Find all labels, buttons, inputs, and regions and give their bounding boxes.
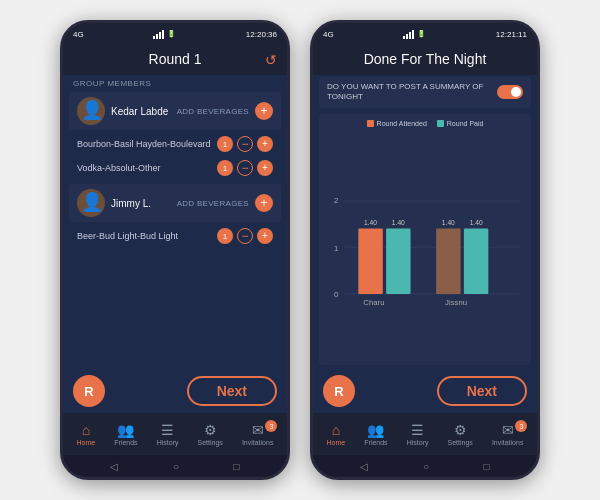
nav-settings-label-1: Settings [198,439,223,446]
nav-settings-1[interactable]: ⚙ Settings [198,422,223,446]
member-row-1: Kedar Labde ADD BEVERAGES + [69,92,281,130]
history-icon-1: ☰ [161,422,174,438]
clock-1: 12:20:36 [246,30,277,39]
increment-btn-2[interactable]: + [257,160,273,176]
recents-gesture-1: □ [234,461,240,472]
settings-icon-2: ⚙ [454,422,467,438]
network-indicator-2: 4G [323,30,334,39]
bottom-actions-2: R Next [313,369,537,413]
add-beverages-label-2[interactable]: ADD BEVERAGES [177,199,249,208]
friends-icon-1: 👥 [117,422,134,438]
header-2: Done For The Night [313,45,537,75]
refresh-icon-1[interactable]: ↺ [265,52,277,68]
nav-home-2[interactable]: ⌂ Home [327,422,346,446]
signal-bars-1 [153,30,164,39]
chart-container-2: Round Attended Round Paid 2 1 0 [319,114,531,365]
status-bar-1: 4G 🔋 12:20:36 [63,23,287,45]
home-gesture-1: ○ [173,461,179,472]
home-icon-2: ⌂ [332,422,340,438]
next-button-2[interactable]: Next [437,376,527,406]
toggle-row-2: DO YOU WANT TO POST A SUMMARY OF TONIGHT [319,77,531,108]
nav-home-1[interactable]: ⌂ Home [77,422,96,446]
clock-2: 12:21:11 [496,30,527,39]
summary-toggle-2[interactable] [497,85,523,99]
nav-friends-2[interactable]: 👥 Friends [364,422,387,446]
beverage-name-2: Vodka-Absolut-Other [77,163,213,173]
svg-rect-8 [436,228,460,294]
beverage-count-1: 1 [217,136,233,152]
page-title-2: Done For The Night [323,51,527,67]
avatar-1 [77,97,105,125]
beverage-row-2: Vodka-Absolut-Other 1 − + [69,157,281,179]
decrement-btn-3[interactable]: − [237,228,253,244]
chart-svg-2: 2 1 0 Charu Jissn [325,131,525,359]
add-beverage-btn-1[interactable]: + [255,102,273,120]
member-row-2: Jimmy L. ADD BEVERAGES + [69,184,281,222]
legend-dot-paid-2 [437,120,444,127]
increment-btn-1[interactable]: + [257,136,273,152]
nav-history-label-2: History [407,439,429,446]
history-icon-2: ☰ [411,422,424,438]
nav-invitations-1[interactable]: ✉ Invitations 3 [242,422,274,446]
svg-text:1.40: 1.40 [470,219,483,226]
invitations-badge-1: 3 [265,420,277,432]
member-name-1: Kedar Labde [111,106,171,117]
nav-home-label-1: Home [77,439,96,446]
beverage-row-3: Beer-Bud Light-Bud Light 1 − + [69,225,281,247]
svg-text:Charu: Charu [363,298,384,307]
settings-icon-1: ⚙ [204,422,217,438]
beverage-count-2: 1 [217,160,233,176]
legend-attended-2: Round Attended [367,120,427,127]
recents-gesture-2: □ [484,461,490,472]
beverage-name-1: Bourbon-Basil Hayden-Boulevard [77,139,213,149]
avatar-2 [77,189,105,217]
legend-paid-2: Round Paid [437,120,484,127]
chart-legend-2: Round Attended Round Paid [325,120,525,127]
section-label-1: GROUP MEMBERS [63,75,287,90]
content-1: GROUP MEMBERS Kedar Labde ADD BEVERAGES … [63,75,287,369]
nav-home-label-2: Home [327,439,346,446]
legend-label-attended-2: Round Attended [377,120,427,127]
legend-label-paid-2: Round Paid [447,120,484,127]
back-gesture-1: ◁ [110,461,118,472]
round-btn-1[interactable]: R [73,375,105,407]
home-icon-1: ⌂ [82,422,90,438]
invitations-icon-2: ✉ [502,422,514,438]
nav-invitations-2[interactable]: ✉ Invitations 3 [492,422,524,446]
increment-btn-3[interactable]: + [257,228,273,244]
nav-invitations-label-2: Invitations [492,439,524,446]
svg-rect-6 [358,228,382,294]
member-name-2: Jimmy L. [111,198,171,209]
content-2: DO YOU WANT TO POST A SUMMARY OF TONIGHT… [313,75,537,369]
next-button-1[interactable]: Next [187,376,277,406]
gesture-bar-2: ◁ ○ □ [313,455,537,477]
network-indicator-1: 4G [73,30,84,39]
page-title-1: Round 1 [73,51,277,67]
svg-text:1.40: 1.40 [442,219,455,226]
decrement-btn-2[interactable]: − [237,160,253,176]
svg-rect-9 [464,228,488,294]
nav-friends-1[interactable]: 👥 Friends [114,422,137,446]
phone-1: 4G 🔋 12:20:36 Round 1 ↺ GROUP MEMBERS Ke… [60,20,290,480]
beverage-name-3: Beer-Bud Light-Bud Light [77,231,213,241]
nav-bar-2: ⌂ Home 👥 Friends ☰ History ⚙ Settings ✉ … [313,413,537,455]
nav-settings-label-2: Settings [448,439,473,446]
decrement-btn-1[interactable]: − [237,136,253,152]
bottom-actions-1: R Next [63,369,287,413]
legend-dot-attended-2 [367,120,374,127]
nav-history-2[interactable]: ☰ History [407,422,429,446]
add-beverages-label-1[interactable]: ADD BEVERAGES [177,107,249,116]
round-btn-2[interactable]: R [323,375,355,407]
header-1: Round 1 ↺ [63,45,287,75]
add-beverage-btn-2[interactable]: + [255,194,273,212]
svg-text:1: 1 [334,243,338,252]
nav-history-1[interactable]: ☰ History [157,422,179,446]
nav-history-label-1: History [157,439,179,446]
status-bar-2: 4G 🔋 12:21:11 [313,23,537,45]
nav-settings-2[interactable]: ⚙ Settings [448,422,473,446]
signal-bars-2 [403,30,414,39]
svg-text:Jissnu: Jissnu [445,298,467,307]
svg-text:1.40: 1.40 [364,219,377,226]
home-gesture-2: ○ [423,461,429,472]
nav-bar-1: ⌂ Home 👥 Friends ☰ History ⚙ Settings ✉ … [63,413,287,455]
